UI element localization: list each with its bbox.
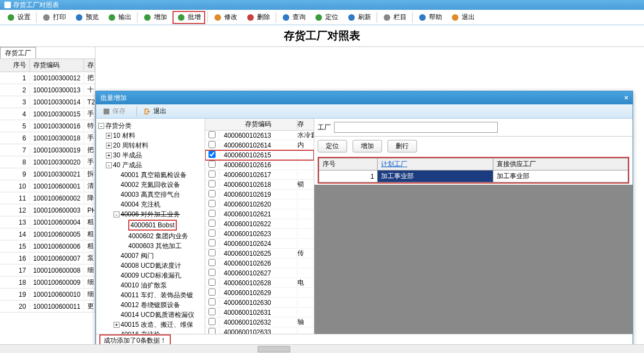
preview-button[interactable]: 预览 [71, 11, 102, 24]
list-item[interactable]: 4000600102629 [205, 288, 314, 298]
tree-node[interactable]: 40011 车灯、装饰品类镀 [98, 290, 202, 300]
expand-icon[interactable]: + [114, 322, 120, 328]
exit-button[interactable]: 退出 [448, 11, 478, 24]
scrollbar-thumb[interactable] [258, 346, 290, 352]
query-button[interactable]: 查询 [278, 11, 309, 24]
settings-button[interactable]: 设置 [3, 11, 34, 24]
tree-node[interactable]: 4000602 集团内业务 [98, 231, 202, 241]
tree-node[interactable]: 4000601 Bobst [98, 219, 202, 231]
list-item[interactable]: 4000600102615 [205, 150, 314, 160]
category-tree[interactable]: -存货分类+10 材料+20 周转材料+30 半成品-40 产成品40001 真… [96, 119, 205, 347]
list-item[interactable]: 4000600102624 [205, 239, 314, 249]
expand-icon[interactable]: + [106, 143, 112, 149]
tree-node[interactable]: 4000603 其他加工 [98, 241, 202, 251]
table-row[interactable]: 171000100600008细 [0, 264, 95, 276]
table-row[interactable]: 1加工事业部加工事业部 [319, 170, 628, 183]
item-checkbox[interactable] [208, 131, 216, 138]
table-row[interactable]: 111000100600002降 [0, 192, 95, 204]
table-row[interactable]: 21000100300013十 [0, 84, 95, 96]
list-item[interactable]: 4000600102620 [205, 199, 314, 209]
tree-node[interactable]: 40012 卷绕镀膜设备 [98, 300, 202, 310]
table-row[interactable]: 161000100600007泵 [0, 252, 95, 264]
close-icon[interactable]: × [624, 94, 628, 102]
list-item[interactable]: 4000600102616 [205, 160, 314, 170]
item-checkbox[interactable] [208, 220, 216, 227]
tree-node[interactable]: -40006 对外加工业务 [98, 209, 202, 219]
list-item[interactable]: 4000600102628电 [205, 278, 314, 288]
ft-header-plan[interactable]: 计划工厂 [378, 158, 493, 170]
help-button[interactable]: 帮助 [415, 11, 445, 24]
table-row[interactable]: 131000100600004粗 [0, 216, 95, 228]
table-row[interactable]: 61000100300018手 [0, 132, 95, 144]
item-checkbox[interactable] [208, 210, 216, 217]
item-checkbox[interactable] [208, 180, 216, 187]
item-checkbox[interactable] [208, 269, 216, 276]
list-item[interactable]: 4000600102632轴 [205, 317, 314, 327]
list-item[interactable]: 4000600102622 [205, 219, 314, 229]
item-checkbox[interactable] [208, 259, 216, 266]
factory-table[interactable]: 序号 计划工厂 直接供应工厂 1加工事业部加工事业部 [319, 158, 628, 183]
table-row[interactable]: 181000100600009细 [0, 276, 95, 289]
item-checkbox[interactable] [208, 308, 216, 315]
tree-node[interactable]: +10 材料 [98, 131, 202, 140]
list-item[interactable]: 4000600102631 [205, 308, 314, 317]
tree-node[interactable]: 40004 充注机 [98, 199, 202, 209]
tab-inventory-factory[interactable]: 存货工厂 [0, 47, 36, 58]
batch-add-button[interactable]: 批增 [172, 11, 205, 24]
add-button[interactable]: 增加 [353, 140, 382, 152]
delete-button[interactable]: 删除 [243, 11, 273, 24]
locate-button[interactable]: 定位 [311, 11, 342, 24]
modal-exit-button[interactable]: 退出 [140, 105, 170, 117]
table-row[interactable]: 91000100300021拆 [0, 168, 95, 180]
tree-node[interactable]: 40003 高真空排气台 [98, 190, 202, 199]
table-row[interactable]: 101000100600001清 [0, 180, 95, 192]
table-row[interactable]: 51000100300016特 [0, 120, 95, 132]
delrow-button[interactable]: 删行 [387, 140, 417, 152]
list-item[interactable]: 4000600102621 [205, 209, 314, 219]
item-checkbox[interactable] [208, 298, 216, 305]
item-checkbox[interactable] [208, 141, 216, 148]
collapse-icon[interactable]: - [106, 162, 112, 168]
collapse-icon[interactable]: - [98, 123, 104, 129]
list-item[interactable]: 4000600102617 [205, 170, 314, 180]
modal-save-button[interactable]: 保存 [99, 105, 129, 117]
table-row[interactable]: 31000100300014T2 [0, 96, 95, 108]
item-list-body[interactable]: 4000600102613水冷套4000600102614内4000600102… [205, 131, 314, 347]
refresh-button[interactable]: 刷新 [344, 11, 374, 24]
item-checkbox[interactable] [208, 161, 216, 168]
item-checkbox[interactable] [208, 249, 216, 256]
item-checkbox[interactable] [208, 151, 216, 158]
export-button[interactable]: 输出 [104, 11, 135, 24]
collapse-icon[interactable]: - [114, 211, 120, 217]
list-item[interactable]: 4000600102625传 [205, 249, 314, 258]
columns-button[interactable]: 栏目 [379, 11, 410, 24]
table-row[interactable]: 201000100600011更 [0, 301, 95, 313]
edit-button[interactable]: 修改 [210, 11, 241, 24]
locate-button[interactable]: 定位 [318, 140, 347, 152]
item-checkbox[interactable] [208, 200, 216, 207]
tree-node[interactable]: -40 产成品 [98, 160, 202, 170]
grid-body[interactable]: 11000100300012把21000100300013十3100010030… [0, 72, 95, 313]
list-item[interactable]: 4000600102618锁 [205, 180, 314, 190]
tree-node[interactable]: +30 半成品 [98, 150, 202, 160]
table-row[interactable]: 141000100600005粗 [0, 228, 95, 240]
tree-node[interactable]: 40009 UCD标准漏孔 [98, 270, 202, 280]
item-checkbox[interactable] [208, 289, 216, 296]
table-row[interactable]: 151000100600006粗 [0, 240, 95, 252]
list-item[interactable]: 4000600102613水冷套 [205, 131, 314, 140]
expand-icon[interactable]: + [106, 133, 112, 139]
horizontal-scrollbar[interactable] [0, 344, 644, 353]
expand-icon[interactable]: + [106, 152, 112, 158]
print-button[interactable]: 打印 [39, 11, 69, 24]
table-row[interactable]: 121000100600003PH [0, 204, 95, 216]
item-checkbox[interactable] [208, 279, 216, 286]
list-item[interactable]: 4000600102627 [205, 268, 314, 278]
item-checkbox[interactable] [208, 170, 216, 178]
tree-node[interactable]: 40010 油扩散泵 [98, 280, 202, 290]
tree-node[interactable]: 40007 阀门 [98, 251, 202, 261]
list-item[interactable]: 4000600102614内 [205, 140, 314, 150]
table-row[interactable]: 81000100300020手 [0, 156, 95, 168]
list-item[interactable]: 4000600102623 [205, 229, 314, 239]
tree-node[interactable]: 40008 UCD氦浓度计 [98, 261, 202, 270]
list-item[interactable]: 4000600102626 [205, 258, 314, 268]
